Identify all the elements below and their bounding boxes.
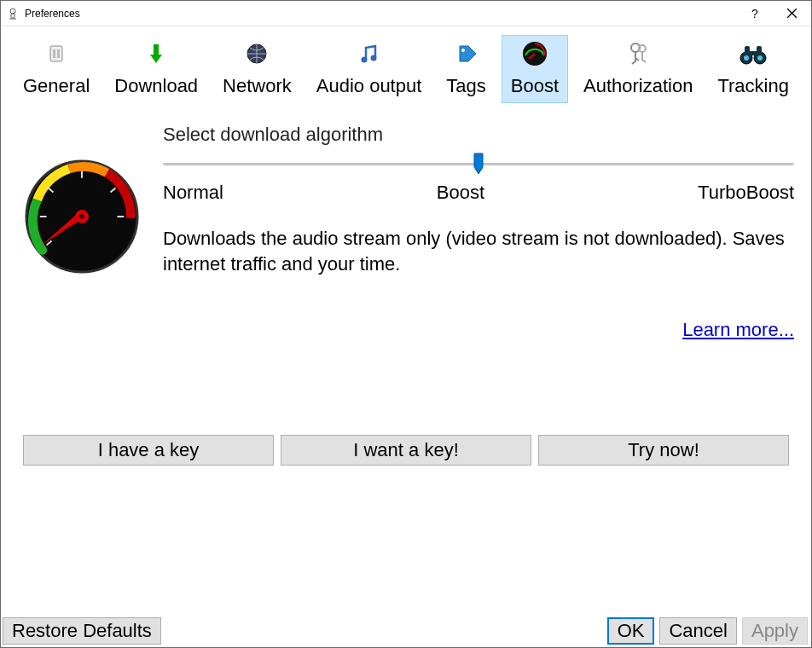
- svg-rect-6: [53, 49, 55, 58]
- svg-point-35: [79, 214, 84, 219]
- want-key-button[interactable]: I want a key!: [281, 435, 531, 466]
- tab-strip: General Download Network Audio output Ta…: [1, 26, 811, 107]
- boost-gauge-illustration: [23, 158, 141, 341]
- svg-rect-1: [11, 14, 14, 18]
- slider-thumb[interactable]: [473, 153, 484, 175]
- tab-network-label: Network: [223, 75, 292, 97]
- svg-rect-22: [750, 51, 757, 55]
- svg-point-0: [10, 9, 15, 14]
- svg-point-11: [361, 57, 367, 63]
- tab-tracking[interactable]: Tracking: [708, 35, 798, 103]
- restore-defaults-button[interactable]: Restore Defaults: [3, 617, 161, 645]
- tab-general-label: General: [23, 75, 90, 97]
- svg-marker-9: [150, 55, 162, 63]
- window-title: Preferences: [25, 8, 738, 20]
- svg-rect-8: [154, 44, 159, 55]
- settings-icon: [44, 41, 69, 72]
- tab-boost-label: Boost: [511, 75, 559, 97]
- tab-authorization[interactable]: Authorization: [574, 35, 702, 103]
- algorithm-slider[interactable]: [163, 153, 794, 178]
- keys-icon: [625, 41, 651, 72]
- tab-tags[interactable]: Tags: [437, 35, 495, 103]
- help-button[interactable]: ?: [738, 1, 772, 26]
- tab-tags-label: Tags: [446, 75, 485, 97]
- try-now-button[interactable]: Try now!: [538, 435, 789, 466]
- svg-rect-7: [57, 49, 60, 58]
- slider-label-boost: Boost: [437, 182, 484, 204]
- tab-boost[interactable]: Boost: [502, 35, 568, 103]
- dialog-footer: Restore Defaults OK Cancel Apply: [3, 617, 808, 645]
- tab-audio-label: Audio output: [316, 75, 422, 97]
- svg-rect-20: [745, 46, 750, 55]
- slider-label-turbo: TurboBoost: [698, 182, 794, 204]
- ok-button[interactable]: OK: [607, 617, 655, 645]
- boost-description: Downloads the audio stream only (video s…: [163, 226, 794, 276]
- boost-heading: Select download algorithm: [163, 124, 794, 146]
- apply-button: Apply: [742, 617, 808, 645]
- svg-point-13: [461, 49, 465, 52]
- slider-labels: Normal Boost TurboBoost: [163, 182, 794, 204]
- preferences-window: Preferences ? General Download Network: [0, 0, 812, 648]
- globe-icon: [244, 41, 270, 72]
- boost-panel: Select download algorithm Normal Boost T…: [1, 107, 811, 647]
- gauge-icon: [521, 40, 548, 72]
- close-button[interactable]: [772, 1, 811, 26]
- music-note-icon: [357, 41, 382, 72]
- svg-point-24: [757, 55, 763, 61]
- slider-label-normal: Normal: [163, 182, 223, 204]
- tag-icon: [454, 41, 479, 72]
- binoculars-icon: [739, 41, 768, 72]
- have-key-button[interactable]: I have a key: [23, 435, 274, 466]
- tab-download-label: Download: [114, 75, 198, 97]
- tab-network[interactable]: Network: [213, 35, 301, 103]
- cancel-button[interactable]: Cancel: [659, 617, 736, 645]
- svg-point-23: [744, 55, 749, 61]
- download-arrow-icon: [143, 41, 169, 72]
- learn-more-link[interactable]: Learn more...: [682, 319, 794, 341]
- tab-download[interactable]: Download: [105, 35, 207, 103]
- tab-general[interactable]: General: [14, 35, 99, 103]
- tab-tracking-label: Tracking: [717, 75, 789, 97]
- tab-authorization-label: Authorization: [583, 75, 693, 97]
- svg-point-12: [370, 55, 376, 61]
- key-button-row: I have a key I want a key! Try now!: [18, 435, 794, 466]
- app-icon: [6, 7, 20, 20]
- svg-rect-5: [50, 46, 62, 61]
- titlebar: Preferences ?: [1, 1, 811, 26]
- tab-audio-output[interactable]: Audio output: [307, 35, 432, 103]
- svg-rect-21: [757, 46, 762, 55]
